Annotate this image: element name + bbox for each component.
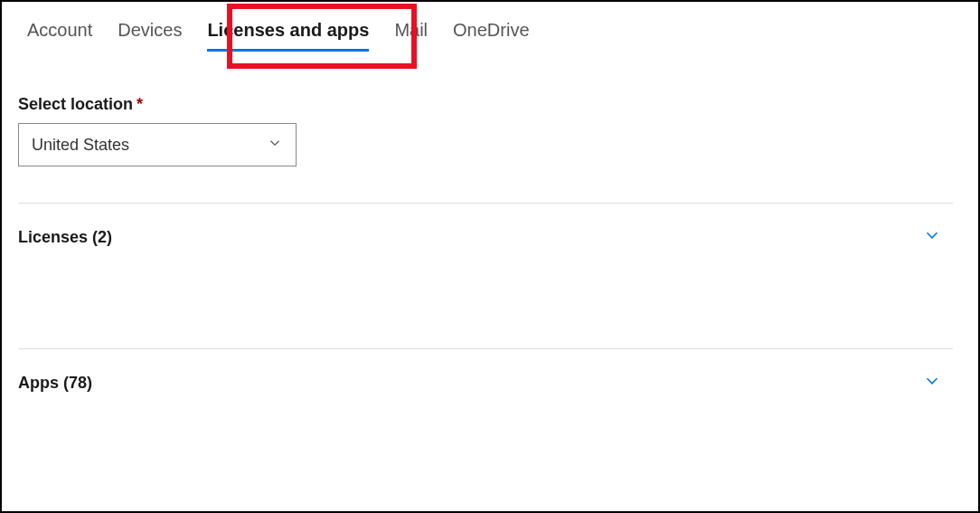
tab-content: Select location* United States Licenses …: [2, 52, 978, 394]
tab-mail[interactable]: Mail: [394, 20, 428, 52]
chevron-down-icon: [922, 225, 942, 249]
required-indicator: *: [137, 95, 143, 113]
apps-section-title: Apps (78): [18, 374, 92, 393]
section-spacer: [18, 249, 953, 312]
licenses-section-header[interactable]: Licenses (2): [18, 203, 953, 249]
tab-account[interactable]: Account: [27, 20, 92, 52]
tab-devices[interactable]: Devices: [118, 20, 182, 52]
licenses-section-title: Licenses (2): [18, 228, 112, 247]
tab-bar: Account Devices Licenses and apps Mail O…: [2, 2, 978, 52]
chevron-down-icon: [922, 371, 942, 394]
location-dropdown-value: United States: [32, 136, 129, 155]
tab-onedrive[interactable]: OneDrive: [453, 20, 529, 52]
tab-licenses-and-apps[interactable]: Licenses and apps: [207, 20, 369, 52]
admin-panel: Account Devices Licenses and apps Mail O…: [0, 0, 980, 513]
location-label: Select location*: [18, 95, 953, 114]
location-label-text: Select location: [18, 95, 133, 113]
location-dropdown[interactable]: United States: [18, 123, 297, 166]
chevron-down-icon: [267, 135, 283, 156]
apps-section-header[interactable]: Apps (78): [18, 348, 953, 394]
